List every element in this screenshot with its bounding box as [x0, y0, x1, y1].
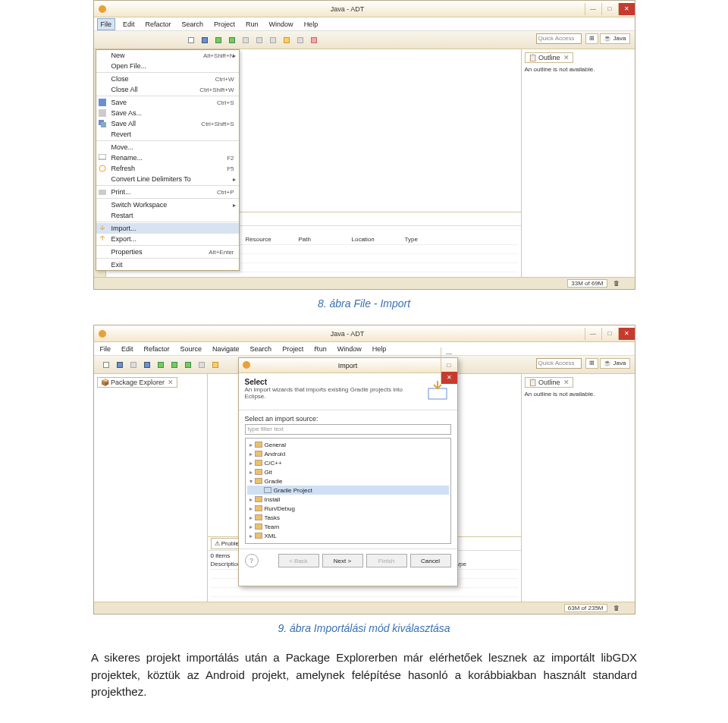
menu-search[interactable]: Search	[247, 344, 275, 354]
toolbar-new-icon[interactable]	[185, 34, 197, 46]
toolbar-debug-icon[interactable]	[168, 359, 180, 371]
tree-node-xml[interactable]: ▸XML	[247, 531, 449, 540]
dialog-title: Import	[256, 362, 441, 369]
toolbar-icon[interactable]	[141, 359, 153, 371]
toolbar-run-icon[interactable]	[226, 34, 238, 46]
filter-input[interactable]: type filter text	[245, 424, 451, 435]
open-perspective-button[interactable]: ⊞	[585, 358, 598, 369]
tab-outline[interactable]: 📋 Outline✕	[525, 52, 573, 63]
toolbar-icon[interactable]	[209, 359, 221, 371]
menu-project[interactable]: Project	[211, 19, 238, 30]
minimize-button[interactable]: —	[585, 3, 601, 15]
menu-item-close[interactable]: CloseCtrl+W	[96, 74, 239, 84]
close-button[interactable]: ✕	[618, 3, 635, 15]
android-label: Android	[265, 451, 286, 457]
quick-access-input[interactable]: Quick Access	[536, 358, 582, 369]
quick-access-input[interactable]: Quick Access	[536, 33, 582, 44]
menu-item-rename[interactable]: Rename...F2	[96, 152, 239, 163]
tab-package-explorer[interactable]: 📦 Package Explorer✕	[97, 377, 178, 388]
help-button[interactable]: ?	[245, 554, 259, 567]
java-perspective-button[interactable]: ☕ Java	[600, 358, 629, 369]
menu-item-convert[interactable]: Convert Line Delimiters To▸	[96, 174, 239, 184]
tree-node-gradle-project[interactable]: Gradle Project	[247, 486, 449, 495]
save-shortcut: Ctrl+S	[217, 99, 234, 106]
select-source-label: Select an import source:	[245, 415, 451, 423]
menu-item-save-as[interactable]: Save As...	[96, 108, 239, 118]
heap-status: 63M of 235M	[564, 604, 607, 612]
menu-search[interactable]: Search	[179, 19, 207, 30]
menu-edit[interactable]: Edit	[120, 19, 138, 30]
tab-outline[interactable]: 📋 Outline✕	[525, 377, 573, 388]
menu-item-refresh[interactable]: RefreshF5	[96, 163, 239, 174]
toolbar-icon[interactable]	[240, 34, 252, 46]
java-perspective-button[interactable]: ☕ Java	[600, 33, 629, 44]
menu-edit[interactable]: Edit	[118, 344, 136, 354]
tree-node-general[interactable]: ▸General	[247, 440, 449, 449]
tree-node-gradle[interactable]: ▾Gradle	[247, 476, 449, 486]
menu-help[interactable]: Help	[301, 19, 322, 30]
figure-caption-1: 8. ábra File - Import	[0, 297, 728, 310]
toolbar-icon[interactable]	[267, 34, 279, 46]
toolbar-icon[interactable]	[281, 34, 293, 46]
finish-button[interactable]: Finish	[366, 554, 407, 567]
maximize-button[interactable]: □	[601, 3, 618, 15]
toolbar-icon[interactable]	[196, 359, 208, 371]
gc-icon[interactable]: 🗑	[613, 280, 620, 287]
toolbar-icon[interactable]	[253, 34, 265, 46]
tree-node-team[interactable]: ▸Team	[247, 522, 449, 531]
menu-run[interactable]: Run	[243, 19, 262, 30]
tree-node-tasks[interactable]: ▸Tasks	[247, 513, 449, 522]
menu-item-save[interactable]: SaveCtrl+S	[96, 97, 239, 108]
next-button[interactable]: Next >	[322, 554, 363, 567]
menu-project[interactable]: Project	[279, 344, 306, 354]
menu-item-properties[interactable]: PropertiesAlt+Enter	[96, 247, 239, 257]
toolbar-icon[interactable]	[308, 34, 320, 46]
menu-item-restart[interactable]: Restart	[96, 210, 239, 221]
back-button[interactable]: < Back	[278, 554, 319, 567]
toolbar-icon[interactable]	[294, 34, 306, 46]
toolbar-save-icon[interactable]	[114, 359, 126, 371]
open-perspective-button[interactable]: ⊞	[585, 33, 598, 44]
menu-item-revert[interactable]: Revert	[96, 129, 239, 140]
menu-file[interactable]: File	[97, 344, 115, 354]
menu-window[interactable]: Window	[334, 344, 365, 354]
tree-node-android[interactable]: ▸Android	[247, 449, 449, 458]
menu-refactor[interactable]: Refactor	[143, 19, 174, 30]
menu-item-new[interactable]: NewAlt+Shift+N▸	[96, 50, 239, 61]
cancel-button[interactable]: Cancel	[410, 554, 451, 567]
close-button[interactable]: ✕	[618, 328, 635, 340]
dialog-maximize-button[interactable]: □	[441, 360, 457, 372]
dialog-minimize-button[interactable]: —	[441, 347, 457, 360]
menu-item-move[interactable]: Move...	[96, 142, 239, 152]
menu-item-open-file[interactable]: Open File...	[96, 61, 239, 71]
tree-node-install[interactable]: ▸Install	[247, 495, 449, 504]
menu-window[interactable]: Window	[266, 19, 297, 30]
menu-refactor[interactable]: Refactor	[141, 344, 173, 354]
tree-node-cpp[interactable]: ▸C/C++	[247, 458, 449, 467]
toolbar-icon[interactable]	[155, 359, 167, 371]
toolbar-run-icon[interactable]	[182, 359, 194, 371]
open-file-label: Open File...	[111, 62, 147, 70]
maximize-button[interactable]: □	[601, 328, 618, 340]
tree-node-git[interactable]: ▸Git	[247, 467, 449, 476]
toolbar-icon[interactable]	[127, 359, 140, 371]
menu-run[interactable]: Run	[311, 344, 330, 354]
menu-navigate[interactable]: Navigate	[209, 344, 243, 354]
minimize-button[interactable]: —	[585, 328, 601, 340]
tree-node-rundebug[interactable]: ▸Run/Debug	[247, 504, 449, 513]
toolbar-new-icon[interactable]	[100, 359, 112, 371]
menu-item-export[interactable]: Export...	[96, 234, 239, 244]
menu-item-switch-workspace[interactable]: Switch Workspace▸	[96, 200, 239, 210]
menu-item-print[interactable]: Print...Ctrl+P	[96, 187, 239, 197]
menu-source[interactable]: Source	[177, 344, 206, 354]
menu-item-import[interactable]: Import...	[96, 223, 239, 234]
menu-help[interactable]: Help	[369, 344, 390, 354]
menu-item-exit[interactable]: Exit	[96, 259, 239, 270]
menu-item-close-all[interactable]: Close AllCtrl+Shift+W	[96, 84, 239, 95]
toolbar-save-icon[interactable]	[199, 34, 211, 46]
menu-file[interactable]: File	[97, 18, 116, 30]
gc-icon[interactable]: 🗑	[613, 605, 620, 611]
toolbar-debug-icon[interactable]	[212, 34, 224, 46]
save-icon	[99, 99, 106, 106]
menu-item-save-all[interactable]: Save AllCtrl+Shift+S	[96, 118, 239, 129]
